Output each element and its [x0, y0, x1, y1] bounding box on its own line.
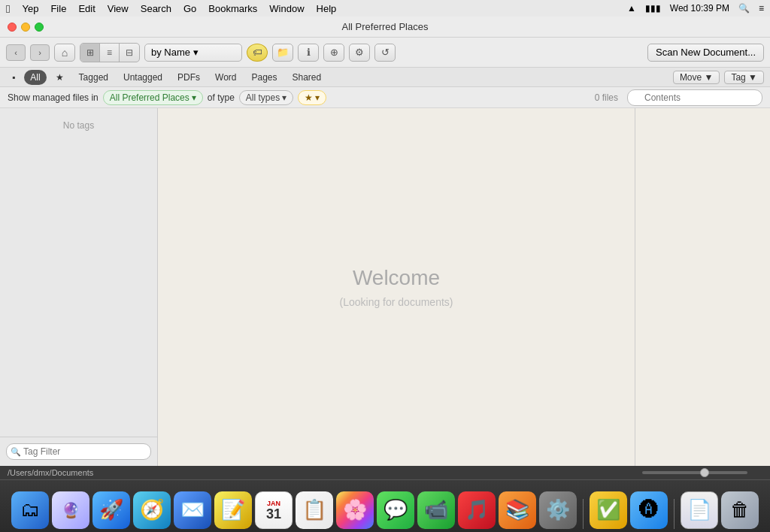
- tag-filter-input[interactable]: [6, 443, 151, 460]
- dock: 🗂 🔮 🚀 🧭 ✉️ 📝 JAN 31 📋 🌸 💬 📹 🎵 📚 ⚙️ ✅ 🅐 📄…: [11, 484, 759, 529]
- view-switcher: ⊞ ≡ ⊟: [80, 43, 140, 62]
- info-button[interactable]: ℹ: [298, 44, 319, 62]
- close-button[interactable]: [8, 23, 17, 32]
- dock-reminders[interactable]: 📋: [296, 491, 333, 529]
- type-chevron-icon: ▾: [282, 92, 286, 103]
- dock-area: 🗂 🔮 🚀 🧭 ✉️ 📝 JAN 31 📋 🌸 💬 📹 🎵 📚 ⚙️ ✅ 🅐 📄…: [0, 479, 770, 532]
- managed-files-row: Show managed files in All Preferred Plac…: [0, 87, 770, 108]
- tag-action-button[interactable]: Tag ▼: [724, 71, 764, 84]
- dock-mail[interactable]: ✉️: [174, 491, 211, 529]
- dock-calendar[interactable]: JAN 31: [255, 491, 293, 529]
- sort-label: by Name: [151, 47, 190, 58]
- filter-tab-bookmark[interactable]: ▪: [6, 70, 21, 85]
- contents-search-wrap: 🔍: [627, 89, 762, 106]
- menubar:  Yep File Edit View Search Go Bookmarks…: [0, 0, 770, 17]
- contents-search-input[interactable]: [627, 89, 762, 106]
- scan-new-document-button[interactable]: Scan New Document...: [647, 44, 764, 62]
- of-type-label: of type: [208, 92, 235, 103]
- dock-preview[interactable]: 📄: [681, 491, 718, 529]
- star-chevron-icon: ▾: [315, 92, 320, 103]
- column-view-button[interactable]: ⊟: [120, 44, 139, 62]
- looking-subtitle: (Looking for documents): [340, 296, 453, 308]
- zoom-slider[interactable]: [642, 471, 747, 474]
- dock-facetime[interactable]: 📹: [417, 491, 455, 529]
- menu-window[interactable]: Window: [269, 3, 304, 14]
- toolbar: ‹ › ⌂ ⊞ ≡ ⊟ by Name ▾ 🏷 📁 ℹ ⊕ ⚙ ↺ Scan N…: [0, 38, 770, 68]
- filter-button[interactable]: ⚙: [349, 44, 370, 62]
- dock-siri[interactable]: 🔮: [52, 491, 89, 529]
- fullscreen-button[interactable]: [35, 23, 44, 32]
- menu-search[interactable]: Search: [141, 3, 171, 14]
- minimize-button[interactable]: [21, 23, 30, 32]
- document-area: Welcome (Looking for documents): [158, 108, 635, 466]
- menu-bookmarks[interactable]: Bookmarks: [208, 3, 257, 14]
- sidebar-footer: 🔍: [0, 437, 157, 466]
- move-button[interactable]: Move ▼: [673, 71, 720, 84]
- notification-icon[interactable]: ≡: [759, 3, 764, 14]
- dock-separator: [583, 499, 584, 529]
- forward-button[interactable]: ›: [30, 44, 50, 61]
- grid-view-button[interactable]: ⊞: [80, 44, 100, 62]
- dock-system-prefs[interactable]: ⚙️: [539, 491, 577, 529]
- folder-button[interactable]: 📁: [272, 44, 293, 62]
- zoom-slider-thumb[interactable]: [700, 468, 709, 477]
- welcome-heading: Welcome: [353, 266, 440, 290]
- dock-photos[interactable]: 🌸: [336, 491, 374, 529]
- refresh-button[interactable]: ↺: [374, 44, 396, 62]
- dock-launchpad[interactable]: 🚀: [92, 491, 130, 529]
- managed-prefix-label: Show managed files in: [8, 92, 99, 103]
- datetime-display: Wed 10:39 PM: [670, 3, 729, 14]
- menu-view[interactable]: View: [108, 3, 129, 14]
- type-pill[interactable]: All types ▾: [239, 90, 293, 105]
- main-area: No tags 🔍 Welcome (Looking for documents…: [0, 108, 770, 466]
- dock-safari[interactable]: 🧭: [133, 491, 171, 529]
- search-mode-button[interactable]: ⊕: [323, 44, 344, 62]
- dock-notes[interactable]: 📝: [214, 491, 252, 529]
- dock-books[interactable]: 📚: [499, 491, 536, 529]
- files-count-label: 0 files: [595, 92, 618, 103]
- star-filter-pill[interactable]: ★ ▾: [298, 90, 326, 105]
- dock-trash[interactable]: 🗑: [721, 491, 759, 529]
- menu-help[interactable]: Help: [317, 3, 337, 14]
- sort-chevron-icon: ▾: [193, 47, 199, 58]
- dock-appstore[interactable]: 🅐: [630, 491, 668, 529]
- sort-dropdown[interactable]: by Name ▾: [144, 44, 242, 62]
- location-chevron-icon: ▾: [192, 92, 196, 103]
- tag-button[interactable]: 🏷: [247, 44, 268, 62]
- no-tags-label: No tags: [0, 108, 157, 143]
- list-view-button[interactable]: ≡: [100, 44, 120, 62]
- menu-go[interactable]: Go: [183, 3, 196, 14]
- filter-tab-all[interactable]: All: [24, 70, 46, 85]
- preview-pane: [635, 108, 770, 466]
- filter-tab-tagged[interactable]: Tagged: [73, 70, 114, 85]
- window-title: All Preferred Places: [342, 21, 429, 32]
- filter-tab-pages[interactable]: Pages: [245, 70, 283, 85]
- filter-tab-pdfs[interactable]: PDFs: [171, 70, 206, 85]
- dock-separator-2: [674, 499, 675, 529]
- filter-tab-untagged[interactable]: Untagged: [117, 70, 168, 85]
- menu-yep[interactable]: Yep: [22, 3, 38, 14]
- location-pill[interactable]: All Preferred Places ▾: [103, 90, 203, 105]
- battery-icon: ▮▮▮: [645, 3, 661, 14]
- menu-edit[interactable]: Edit: [78, 3, 95, 14]
- path-label: /Users/dmx/Documents: [8, 468, 93, 477]
- statusbar: /Users/dmx/Documents: [0, 466, 770, 479]
- wifi-icon[interactable]: ▲: [627, 3, 636, 14]
- dock-messages[interactable]: 💬: [377, 491, 414, 529]
- traffic-lights: [8, 23, 44, 32]
- apple-menu[interactable]: : [6, 2, 10, 15]
- filter-tab-shared[interactable]: Shared: [286, 70, 328, 85]
- scan-label: Scan New Document...: [656, 47, 756, 58]
- sidebar: No tags 🔍: [0, 108, 158, 466]
- menu-file[interactable]: File: [50, 3, 66, 14]
- dock-music[interactable]: 🎵: [458, 491, 496, 529]
- filter-tab-word[interactable]: Word: [209, 70, 242, 85]
- dock-yep[interactable]: ✅: [590, 491, 627, 529]
- filter-tab-starred[interactable]: ★: [50, 70, 70, 85]
- home-button[interactable]: ⌂: [54, 44, 75, 62]
- spotlight-icon[interactable]: 🔍: [738, 3, 750, 14]
- dock-finder[interactable]: 🗂: [11, 491, 49, 529]
- filterbar: ▪ All ★ Tagged Untagged PDFs Word Pages …: [0, 68, 770, 87]
- titlebar: All Preferred Places: [0, 17, 770, 38]
- back-button[interactable]: ‹: [6, 44, 26, 61]
